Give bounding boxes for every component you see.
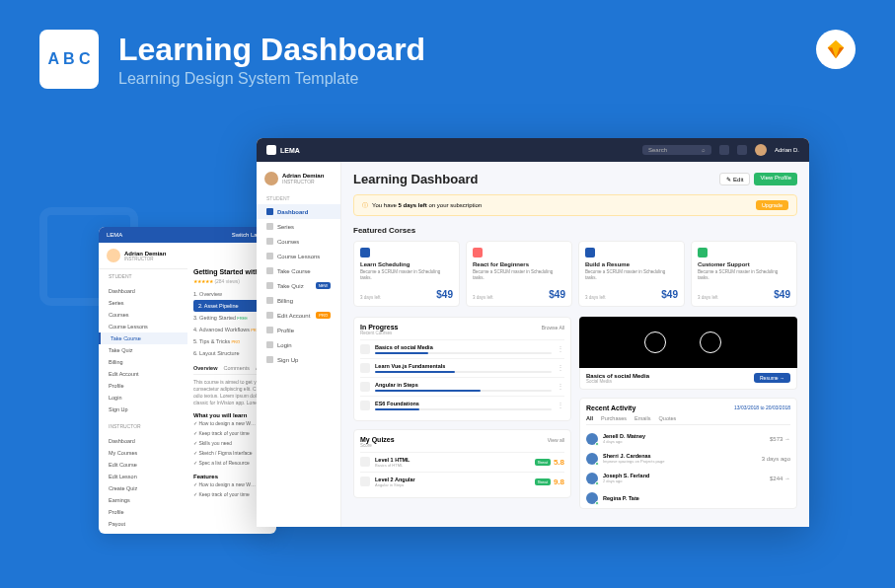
browse-all-link[interactable]: Browse All — [542, 325, 564, 331]
tab[interactable]: Overview — [193, 365, 217, 371]
course-card[interactable]: Build a ResumeBecome a SCRUM master in S… — [578, 241, 685, 307]
progress-item[interactable]: Angular in Steps⋮ — [360, 377, 564, 396]
sidebar-item[interactable]: Profile — [99, 506, 276, 518]
mockup-back: LEMA Switch Layout Adrian DemianINSTRUCT… — [99, 227, 276, 534]
view-all-link[interactable]: View all — [548, 437, 564, 443]
hero-title: Learning Dashboard — [118, 32, 425, 68]
sidebar-user[interactable]: Adrian DemianINSTRUCTOR — [257, 168, 340, 189]
course-card[interactable]: Customer SupportBecome a SCRUM master in… — [691, 241, 797, 307]
activity-price: $244 → — [770, 476, 790, 481]
sketch-badge-icon — [816, 30, 856, 69]
topbar: LEMA Search⌕ Adrian D. — [257, 138, 809, 162]
price: $49 — [774, 289, 790, 300]
progress-item[interactable]: Basics of social Media⋮ — [360, 339, 564, 358]
nav-icon — [266, 208, 273, 215]
more-icon[interactable]: ⋮ — [557, 344, 564, 353]
resume-button[interactable]: Resume → — [754, 373, 790, 383]
score-badge: Great — [535, 459, 551, 466]
sidebar-item-course-lessons[interactable]: Course Lessons — [257, 249, 340, 263]
sidebar: Adrian DemianINSTRUCTOR STUDENT Dashboar… — [257, 162, 341, 527]
quiz-item[interactable]: Level 2 AngularAngular in StepsGreat9.8 — [360, 472, 564, 491]
sidebar-item-billing[interactable]: Billing — [257, 293, 340, 308]
card-title: Customer Support — [698, 261, 790, 267]
view-profile-button[interactable]: View Profile — [754, 173, 797, 185]
card-title: Learn Scheduling — [360, 261, 453, 267]
upgrade-button[interactable]: Upgrade — [756, 200, 788, 210]
tab[interactable]: Comments — [223, 365, 250, 371]
price: $49 — [661, 289, 678, 300]
activity-item[interactable]: Jenell D. Matney4 days ago$573 → — [586, 429, 790, 449]
mockup-main: LEMA Search⌕ Adrian D. Adrian DemianINST… — [257, 138, 809, 527]
subscription-alert: ⓘYou have 5 days left on your subscripti… — [353, 194, 797, 216]
nav-icon — [266, 267, 273, 274]
course-card[interactable]: React for BeginnersBecome a SCRUM master… — [466, 241, 572, 307]
card-desc: Become a SCRUM master in Scheduling task… — [473, 269, 565, 281]
user-role: INSTRUCTOR — [282, 179, 324, 184]
search-icon: ⌕ — [702, 147, 706, 153]
badge: PRO — [316, 312, 331, 319]
card-icon — [698, 248, 708, 257]
sidebar-item-take-course[interactable]: Take Course — [257, 263, 340, 278]
more-icon[interactable]: ⋮ — [557, 382, 564, 391]
calendar-icon[interactable] — [737, 145, 747, 155]
sidebar-item-login[interactable]: Login — [257, 337, 340, 352]
badge: NEW — [316, 282, 331, 289]
activity-item[interactable]: Joseph S. Ferland2 days ago$244 → — [586, 469, 790, 488]
tab-emails[interactable]: Emails — [634, 415, 651, 421]
progress-title: In Progress — [360, 324, 399, 331]
avatar — [107, 249, 120, 262]
course-icon — [360, 363, 370, 373]
quizes-sub: Score — [360, 443, 395, 448]
logo[interactable]: LEMA — [266, 145, 300, 155]
progress-item[interactable]: ES6 Foundations⋮ — [360, 396, 564, 414]
edit-button[interactable]: ✎ Edit — [719, 173, 750, 185]
search-input[interactable]: Search⌕ — [642, 145, 711, 155]
course-icon — [360, 344, 370, 354]
activity-item[interactable]: Sherri J. CardenasImprove spacings on Pr… — [586, 449, 790, 469]
topbar-user[interactable]: Adrian D. — [775, 147, 799, 153]
avatar — [586, 433, 598, 445]
score-badge: Great — [535, 478, 551, 485]
tab-all[interactable]: All — [586, 415, 593, 421]
activity-price: $573 → — [770, 436, 790, 442]
sidebar-item-edit-account[interactable]: Edit AccountPRO — [257, 308, 340, 323]
quiz-icon — [360, 457, 370, 467]
nav-icon — [266, 223, 273, 230]
main-content: Learning Dashboard ✎ Edit View Profile ⓘ… — [341, 162, 809, 527]
progress-item[interactable]: Learn Vue.js Fundamentals⋮ — [360, 358, 564, 377]
sidebar-item-series[interactable]: Series — [257, 219, 340, 234]
sidebar-item[interactable]: Payout — [99, 518, 276, 530]
nav-icon — [266, 356, 273, 363]
cart-icon[interactable] — [719, 145, 729, 155]
tab-quotes[interactable]: Quotes — [659, 415, 677, 421]
quiz-item[interactable]: Level 1 HTMLBasics of HTMLGreat5.8 — [360, 452, 564, 472]
activity-panel: Recent Activity 13/03/2018 to 20/03/2018… — [579, 398, 797, 509]
hero: A B C Learning Dashboard Learning Design… — [0, 0, 895, 118]
card-icon — [585, 248, 595, 257]
course-card[interactable]: Learn SchedulingBecome a SCRUM master in… — [353, 241, 460, 307]
activity-title: Recent Activity — [586, 404, 635, 411]
date-range[interactable]: 13/03/2018 to 20/03/2018 — [734, 404, 790, 410]
avatar[interactable] — [755, 144, 767, 156]
price: $49 — [549, 289, 565, 300]
course-icon — [360, 401, 370, 410]
quiz-icon — [360, 477, 370, 486]
card-icon — [473, 248, 483, 257]
score: 5.8 — [554, 458, 564, 467]
sidebar-item-take-quiz[interactable]: Take QuizNEW — [257, 278, 340, 293]
sidebar-item-sign-up[interactable]: Sign Up — [257, 352, 340, 367]
featured-title: Featured Corses — [353, 226, 797, 235]
hero-course-card: Basics of social MediaSocial Media Resum… — [579, 368, 797, 390]
hero-course-sub: Social Media — [586, 379, 649, 384]
more-icon[interactable]: ⋮ — [557, 363, 564, 372]
more-icon[interactable]: ⋮ — [557, 401, 564, 409]
course-icon — [360, 382, 370, 392]
activity-item[interactable]: Regina P. Tate — [586, 488, 790, 508]
nav-icon — [266, 341, 273, 348]
sidebar-item-profile[interactable]: Profile — [257, 323, 340, 337]
avatar — [586, 492, 598, 504]
nav-icon — [266, 253, 273, 259]
sidebar-item-courses[interactable]: Courses — [257, 234, 340, 249]
tab-purchases[interactable]: Purchases — [601, 415, 627, 421]
sidebar-item-dashboard[interactable]: Dashboard — [257, 204, 340, 219]
